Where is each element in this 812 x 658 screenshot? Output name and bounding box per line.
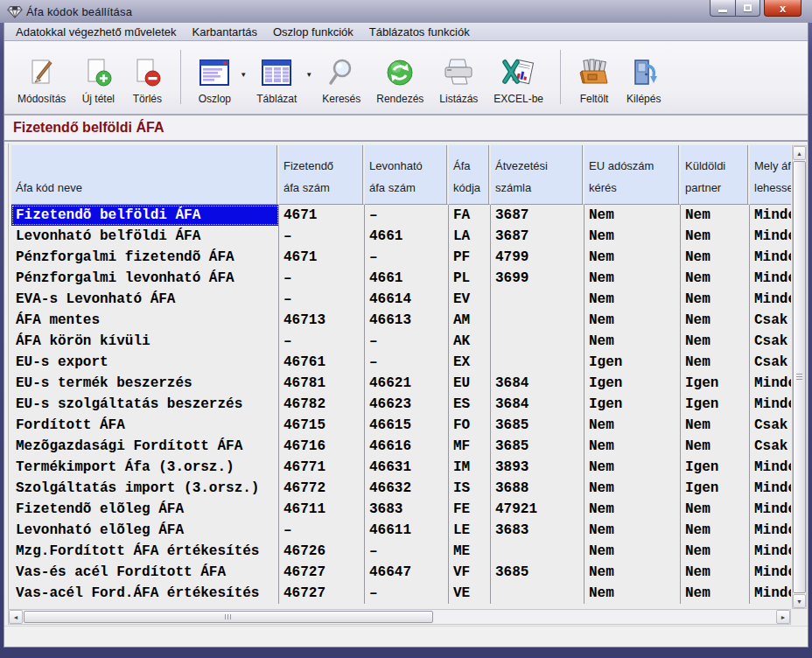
table-cell[interactable]: Levonható elõleg ÁFA [11, 520, 279, 541]
table-cell[interactable]: Fordított ÁFA [11, 415, 279, 436]
table-cell[interactable]: 46647 [365, 562, 449, 583]
table-cell[interactable]: 3685 [491, 415, 584, 436]
table-cell[interactable]: LA [449, 226, 491, 247]
table-cell[interactable]: Nem [584, 499, 681, 520]
table-cell[interactable]: Igen [584, 352, 681, 373]
table-cell[interactable]: Nem [681, 331, 750, 352]
table-cell[interactable]: Minde [750, 478, 791, 499]
table-cell[interactable]: Nem [681, 352, 750, 373]
table-view-button[interactable]: Táblázat [248, 46, 304, 108]
table-cell[interactable]: EU-s szolgáltatás beszerzés [11, 394, 279, 415]
menu-table-functions[interactable]: Táblázatos funkciók [361, 24, 478, 40]
table-cell[interactable]: Nem [584, 268, 681, 289]
table-cell[interactable]: Minde [750, 457, 791, 478]
table-cell[interactable]: 4799 [491, 247, 584, 268]
table-cell[interactable]: Nem [584, 205, 681, 226]
column-header[interactable]: Levonhatóáfa szám [365, 145, 449, 205]
table-cell[interactable]: ÁFA körön kívüli [11, 331, 279, 352]
column-header[interactable]: Átvezetésiszámla [491, 145, 584, 205]
table-cell[interactable]: Nem [584, 331, 681, 352]
table-cell[interactable]: – [279, 226, 365, 247]
table-cell[interactable]: 46631 [365, 457, 449, 478]
horizontal-scroll-thumb[interactable] [24, 611, 433, 623]
table-row[interactable]: ÁFA mentes4671346613AMNemNemCsak [11, 310, 791, 331]
column-header[interactable]: Mely áfálehesse [750, 145, 791, 205]
table-cell[interactable]: 46616 [365, 436, 449, 457]
table-cell[interactable]: 46771 [279, 457, 365, 478]
table-cell[interactable]: ÁFA mentes [11, 310, 279, 331]
table-cell[interactable]: Mzg.Fordított ÁFA értékesítés [11, 541, 279, 562]
table-cell[interactable]: 46716 [279, 436, 365, 457]
table-cell[interactable]: Minde [750, 394, 791, 415]
table-cell[interactable]: 3683 [491, 520, 584, 541]
table-cell[interactable]: EX [449, 352, 491, 373]
column-view-button[interactable]: Oszlop [190, 46, 239, 108]
table-cell[interactable]: – [279, 520, 365, 541]
table-cell[interactable]: Nem [584, 520, 681, 541]
table-row[interactable]: EU-s export46761–EXIgenNemCsak [11, 352, 791, 373]
table-row[interactable]: Pénzforgalmi fizetendõ ÁFA4671–PF4799Nem… [11, 247, 791, 268]
table-row[interactable]: Fizetendõ belföldi ÁFA4671–FA3687NemNemM… [11, 205, 791, 226]
table-cell[interactable]: Nem [681, 583, 750, 604]
table-cell[interactable]: Minde [750, 289, 791, 310]
table-cell[interactable]: Nem [584, 457, 681, 478]
scroll-up-arrow-icon[interactable]: ▲ [793, 146, 806, 160]
table-cell[interactable]: Minde [750, 499, 791, 520]
table-cell[interactable]: EVA-s Levonható ÁFA [11, 289, 279, 310]
table-cell[interactable]: 46613 [365, 310, 449, 331]
table-cell[interactable]: 46611 [365, 520, 449, 541]
table-cell[interactable]: FA [449, 205, 491, 226]
table-row[interactable]: Levonható belföldi ÁFA–4661LA3687NemNemM… [11, 226, 791, 247]
table-cell[interactable]: Igen [681, 478, 750, 499]
table-cell[interactable]: 4671 [279, 247, 365, 268]
table-cell[interactable]: 46711 [279, 499, 365, 520]
table-cell[interactable]: EU-s export [11, 352, 279, 373]
scroll-track[interactable] [433, 610, 776, 624]
column-header[interactable]: Fizetendőáfa szám [279, 145, 365, 205]
table-cell[interactable]: Pénzforgalmi fizetendõ ÁFA [11, 247, 279, 268]
table-cell[interactable]: Nem [681, 205, 750, 226]
table-cell[interactable]: Minde [750, 541, 791, 562]
table-cell[interactable]: Mezõgazdasági Fordított ÁFA [11, 436, 279, 457]
table-cell[interactable]: 46772 [279, 478, 365, 499]
table-cell[interactable]: Nem [584, 289, 681, 310]
table-cell[interactable]: ES [449, 394, 491, 415]
table-cell[interactable]: Nem [584, 226, 681, 247]
table-cell[interactable]: 46781 [279, 373, 365, 394]
table-cell[interactable]: Minde [750, 247, 791, 268]
table-cell[interactable] [491, 541, 584, 562]
minimize-button[interactable] [710, 0, 735, 17]
table-cell[interactable]: AM [449, 310, 491, 331]
table-cell[interactable]: Fizetendõ belföldi ÁFA [11, 205, 279, 226]
table-cell[interactable]: Levonható belföldi ÁFA [11, 226, 279, 247]
table-cell[interactable]: Nem [584, 541, 681, 562]
table-cell[interactable]: 46623 [365, 394, 449, 415]
table-row[interactable]: ÁFA körön kívüli––AKNemNemCsak [11, 331, 791, 352]
table-cell[interactable]: 3685 [491, 562, 584, 583]
table-cell[interactable]: Vas-acél Ford.ÁFA értékesítés [11, 583, 279, 604]
scroll-down-arrow-icon[interactable]: ▼ [793, 594, 806, 608]
table-cell[interactable]: Nem [681, 541, 750, 562]
table-cell[interactable]: Nem [681, 226, 750, 247]
table-cell[interactable]: 46761 [279, 352, 365, 373]
table-row[interactable]: EU-s termék beszerzés4678146621EU3684Ige… [11, 373, 791, 394]
table-cell[interactable]: Pénzforgalmi levonható ÁFA [11, 268, 279, 289]
table-cell[interactable]: – [279, 289, 365, 310]
menu-column-functions[interactable]: Oszlop funkciók [265, 24, 361, 40]
table-cell[interactable]: 46614 [365, 289, 449, 310]
table-cell[interactable]: Vas-és acél Fordított ÁFA [11, 562, 279, 583]
search-button[interactable]: Keresés [314, 46, 368, 108]
table-cell[interactable]: 3687 [491, 226, 584, 247]
table-cell[interactable] [491, 331, 584, 352]
table-cell[interactable]: Nem [584, 436, 681, 457]
vertical-scroll-thumb[interactable] [793, 161, 806, 593]
table-cell[interactable]: 3684 [491, 394, 584, 415]
table-cell[interactable]: ME [449, 541, 491, 562]
table-cell[interactable]: Csak [750, 310, 791, 331]
titlebar[interactable]: Áfa kódok beállítása x [0, 0, 812, 23]
table-cell[interactable]: Nem [681, 247, 750, 268]
table-row[interactable]: EVA-s Levonható ÁFA–46614EVNemNemMinde [11, 289, 791, 310]
table-row[interactable]: Vas-és acél Fordított ÁFA4672746647VF368… [11, 562, 791, 583]
table-cell[interactable]: 46727 [279, 583, 365, 604]
table-cell[interactable]: Csak [750, 331, 791, 352]
